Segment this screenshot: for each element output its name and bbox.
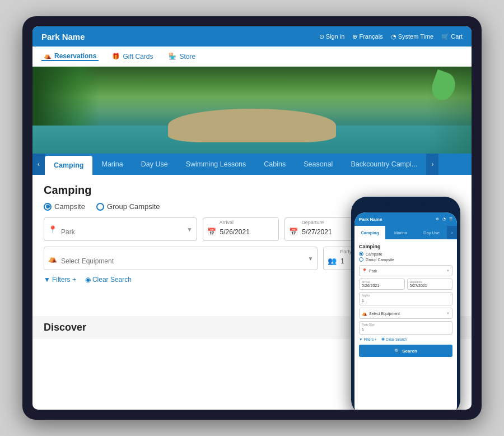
phone-device: Park Name ⊕ ◔ ☰ Camping Marina D [351, 197, 460, 410]
tab-next-button[interactable]: › [426, 154, 438, 175]
phone-clear-link[interactable]: ◉ Clear Search [381, 337, 407, 341]
phone-filter-row: ▼ Filters + ◉ Clear Search [359, 337, 452, 341]
arrival-label: Arrival [220, 220, 234, 225]
tablet-device: Park Name ⊙ Sign in ⊕ Français ◔ System … [22, 16, 482, 420]
app-title: Park Name [41, 32, 85, 41]
phone-equipment-field[interactable]: ⛺ Select Equipment ▼ [359, 308, 452, 319]
phone-search-content: Camping Campsite Group Campsite 📍 [354, 239, 457, 359]
phone-departure-field[interactable]: Departure 5/27/2021 [407, 279, 453, 290]
tab-backcountry[interactable]: Backcountry Campi... [342, 154, 426, 175]
phone-clock-icon: ◔ [442, 217, 446, 221]
hero-image [32, 67, 472, 154]
phone-park-arrow: ▼ [446, 269, 450, 272]
calendar-icon-arrival: 📅 [207, 228, 216, 236]
cart-icon: 🛒 [441, 33, 449, 40]
clear-search-link[interactable]: ◉ Clear Search [85, 276, 132, 284]
phone-group-radio-dot [359, 257, 363, 262]
nav-bar: ⛺ Reservations 🎁 Gift Cards 🏪 Store [32, 47, 472, 67]
phone-screen: Park Name ⊕ ◔ ☰ Camping Marina D [354, 212, 457, 410]
phone-party-field[interactable]: Party Size 1 [359, 321, 452, 335]
park-field: 📍 ▼ [44, 217, 197, 241]
phone-app-title: Park Name [359, 217, 382, 222]
departure-field: Departure 📅 [284, 217, 361, 241]
phone-campsite-radio-dot [359, 252, 363, 256]
phone-tab-dayuse[interactable]: Day Use [416, 226, 447, 239]
filter-icon: ▼ [44, 276, 50, 284]
tab-marina[interactable]: Marina [92, 154, 132, 175]
phone-party-value: 1 [362, 328, 364, 332]
tent-icon: ⛺ [44, 52, 52, 59]
phone-nights-label: Nights [362, 294, 370, 297]
calendar-icon-departure: 📅 [289, 228, 298, 236]
park-dropdown-arrow: ▼ [187, 226, 193, 233]
person-icon: ⊙ [319, 33, 324, 40]
tab-camping[interactable]: Camping [45, 156, 92, 175]
equipment-icon: ⛺ [48, 254, 57, 263]
phone-search-button[interactable]: 🔍 Search [359, 345, 452, 357]
gift-icon: 🎁 [112, 53, 120, 60]
phone-tab-marina[interactable]: Marina [385, 226, 416, 239]
phone-filter-icon: ▼ [359, 337, 362, 341]
top-bar: Park Name ⊙ Sign in ⊕ Français ◔ System … [32, 26, 472, 47]
phone-group-radio[interactable]: Group Campsite [359, 257, 452, 262]
top-bar-links: ⊙ Sign in ⊕ Français ◔ System Time 🛒 Car… [319, 33, 463, 40]
phone-search-icon: 🔍 [394, 349, 400, 354]
phone-campsite-radio[interactable]: Campsite [359, 252, 452, 256]
tab-cabins[interactable]: Cabins [255, 154, 295, 175]
search-section-title: Camping [44, 184, 460, 197]
group-campsite-radio[interactable]: Group Campsite [96, 202, 160, 211]
clear-icon: ◉ [85, 276, 91, 284]
location-icon: 📍 [48, 225, 57, 234]
nav-item-store[interactable]: 🏪 Store [166, 53, 198, 61]
category-tab-bar: ‹ Camping Marina Day Use Swimming Lesson… [32, 154, 472, 175]
clock-icon: ◔ [391, 33, 396, 40]
phone-top-icons: ⊕ ◔ ☰ [436, 217, 452, 221]
phone-party-label: Party Size [362, 323, 375, 326]
phone-globe-icon: ⊕ [436, 217, 439, 221]
group-campsite-radio-circle [96, 203, 104, 211]
system-time-link[interactable]: ◔ System Time [391, 33, 434, 40]
filters-link[interactable]: ▼ Filters + [44, 276, 76, 284]
language-link[interactable]: ⊕ Français [352, 33, 382, 40]
tab-prev-button[interactable]: ‹ [32, 154, 45, 175]
phone-tab-camping[interactable]: Camping [354, 226, 385, 239]
people-icon: 👥 [328, 257, 337, 265]
phone-date-row: Arrival 5/26/2021 Departure 5/27/2021 [359, 279, 452, 290]
phone-nights-value: 1 [362, 299, 364, 303]
discover-title: Discover [44, 322, 86, 333]
equipment-field: ⛺ ▼ [44, 247, 318, 270]
nav-item-giftcards[interactable]: 🎁 Gift Cards [110, 53, 155, 61]
phone-section-title: Camping [359, 244, 452, 249]
cart-link[interactable]: 🛒 Cart [441, 33, 463, 40]
phone-park-field[interactable]: 📍 Park ▼ [359, 265, 452, 276]
phone-clear-icon: ◉ [381, 337, 385, 341]
campsite-radio-circle [44, 203, 52, 211]
equipment-dropdown-arrow: ▼ [307, 256, 313, 262]
campsite-radio[interactable]: Campsite [44, 202, 85, 211]
phone-location-icon: 📍 [362, 268, 367, 273]
globe-icon: ⊕ [352, 33, 357, 40]
equipment-input[interactable] [44, 247, 318, 270]
phone-filters-link[interactable]: ▼ Filters + [359, 337, 377, 341]
departure-label: Departure [301, 220, 324, 225]
phone-tab-bar: Camping Marina Day Use › [354, 226, 457, 239]
store-icon: 🏪 [169, 53, 176, 60]
arrival-field: Arrival 📅 [203, 217, 279, 241]
sign-in-link[interactable]: ⊙ Sign in [319, 33, 345, 40]
park-input[interactable] [44, 217, 197, 241]
phone-tent-icon: ⛺ [362, 311, 367, 316]
hero-rock [168, 109, 336, 142]
phone-equipment-arrow: ▼ [446, 312, 450, 315]
phone-nights-field[interactable]: Nights 1 [359, 292, 452, 305]
tab-swimming[interactable]: Swimming Lessons [177, 154, 255, 175]
nav-item-reservations[interactable]: ⛺ Reservations [41, 52, 99, 61]
phone-tab-more[interactable]: › [447, 226, 457, 239]
phone-notch [389, 202, 423, 210]
tab-dayuse[interactable]: Day Use [132, 154, 177, 175]
tab-seasonal[interactable]: Seasonal [295, 154, 342, 175]
phone-top-bar: Park Name ⊕ ◔ ☰ [354, 212, 457, 226]
phone-menu-icon: ☰ [449, 217, 452, 221]
phone-arrival-field[interactable]: Arrival 5/26/2021 [359, 279, 405, 290]
phone-radio-group: Campsite Group Campsite [359, 252, 452, 262]
tablet-screen: Park Name ⊙ Sign in ⊕ Français ◔ System … [32, 26, 472, 410]
